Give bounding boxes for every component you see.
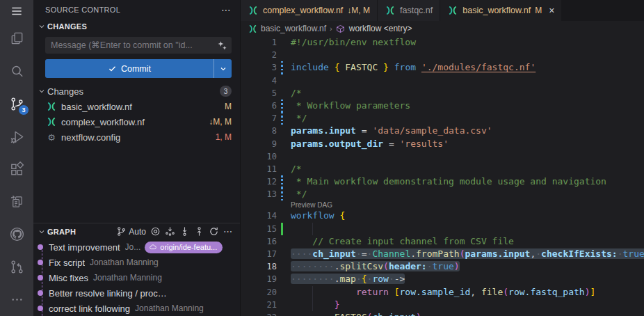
tab-label: fastqc.nf <box>400 6 433 15</box>
gutter <box>280 163 287 175</box>
scm-file-row[interactable]: ⚙nextflow.config1, M <box>33 129 240 145</box>
scm-file-row[interactable]: basic_workflow.nfM <box>33 99 240 114</box>
refresh-icon[interactable] <box>209 226 219 237</box>
code-line-12[interactable]: 12 * Main workflow demonstrating module … <box>241 175 644 188</box>
line-number: 20 <box>241 286 277 299</box>
commit-row[interactable]: Text improvementJo...origin/ide-featu... <box>33 239 240 255</box>
gutter <box>280 49 287 61</box>
cloud-icon <box>149 243 157 251</box>
commit-row[interactable]: Fix scriptJonathan Manning <box>33 255 240 270</box>
code-line-9[interactable]: 9params.output_dir = 'results' <box>241 138 644 150</box>
changes-section-label: CHANGES <box>47 22 87 31</box>
code-line-8[interactable]: 8params.input = 'data/sample_data.csv' <box>241 125 644 137</box>
activity-docs-sync[interactable] <box>0 186 33 219</box>
code-line-16[interactable]: 16 // Create input channel from CSV file <box>241 235 644 248</box>
code-line-13[interactable]: 13 */ <box>241 188 644 200</box>
commit-author: Jonathan Manning <box>135 303 204 313</box>
selection-highlight: ········.map·{·row·-> <box>291 274 405 284</box>
code-line-6[interactable]: 6 * Workflow parameters <box>241 100 644 112</box>
activity-search[interactable] <box>0 55 33 88</box>
code-line-10[interactable]: 10 <box>241 150 644 163</box>
code-content <box>287 49 291 61</box>
tab-bar: complex_workflow.nf↓M, Mfastqc.nfbasic_w… <box>241 0 644 21</box>
sparkle-ai-icon[interactable] <box>217 40 227 51</box>
gutter <box>280 235 287 248</box>
tab-decoration: M <box>535 6 542 15</box>
code-content <box>287 74 291 87</box>
scm-file-row[interactable]: complex_workflow.nf↓M, M <box>33 114 240 129</box>
breadcrumb-symbol[interactable]: workflow <entry> <box>349 24 412 33</box>
remote-branch-pill[interactable]: origin/ide-featu... <box>145 242 223 253</box>
code-line-4[interactable]: 4 <box>241 74 644 87</box>
commit-dot-icon <box>38 290 43 296</box>
commit-row[interactable]: Better resolve linking / process inspect… <box>33 285 240 301</box>
changes-count-badge: 3 <box>220 86 232 97</box>
code-line-11[interactable]: 11/* <box>241 163 644 175</box>
check-icon <box>108 64 117 73</box>
tab-decoration: ↓M, M <box>347 6 370 15</box>
close-icon[interactable]: × <box>549 5 554 16</box>
vscode-window: 3 SOURCE CONTROL ⋯ CHANGES Commit <box>0 0 644 316</box>
activity-menu[interactable] <box>0 0 33 22</box>
search-icon <box>9 63 25 79</box>
gutter <box>280 36 287 49</box>
activity-explorer[interactable] <box>0 22 33 55</box>
activity-github[interactable] <box>0 218 33 251</box>
gutter <box>280 311 287 316</box>
gutter <box>280 74 287 87</box>
code-line-3[interactable]: 3include { FASTQC } from './modules/fast… <box>241 61 644 74</box>
target-icon[interactable] <box>150 226 161 237</box>
breadcrumb-file[interactable]: basic_workflow.nf <box>261 24 326 33</box>
code-line-18[interactable]: 18········.splitCsv(header:·true) <box>241 260 644 273</box>
code-line-21[interactable]: 21 } <box>241 299 644 311</box>
changes-section-header[interactable]: CHANGES <box>33 19 240 34</box>
code-line-22[interactable]: 22 FASTQC(ch_input) <box>241 311 644 316</box>
activity-source-control[interactable]: 3 <box>0 88 33 120</box>
code-line-19[interactable]: 19········.map·{·row·-> <box>241 273 644 285</box>
activity-run-debug[interactable] <box>0 120 33 153</box>
nextflow-file-icon <box>46 116 57 127</box>
code-line-1[interactable]: 1#!/usr/bin/env nextflow <box>241 36 644 49</box>
code-line-15[interactable]: 15 <box>241 223 644 235</box>
gutter <box>280 87 287 100</box>
pull-icon[interactable] <box>179 226 190 237</box>
commit-button-main[interactable]: Commit <box>45 59 214 78</box>
push-icon[interactable] <box>194 226 204 237</box>
code-editor[interactable]: 1#!/usr/bin/env nextflow23include { FAST… <box>241 36 644 316</box>
chevron-down-icon <box>36 21 47 32</box>
activity-extensions[interactable] <box>0 153 33 186</box>
commit-button[interactable]: Commit <box>45 59 232 78</box>
code-content: * Workflow parameters <box>287 100 410 112</box>
line-number: 5 <box>241 87 277 100</box>
code-content: */ <box>287 188 307 200</box>
activity-pull-request[interactable] <box>0 251 33 283</box>
tab-complex_workflow.nf[interactable]: complex_workflow.nf↓M, M <box>241 0 378 21</box>
tab-fastqc.nf[interactable]: fastqc.nf <box>378 0 440 21</box>
gutter-mod-indicator <box>280 100 287 112</box>
code-line-7[interactable]: 7 */ <box>241 112 644 125</box>
code-content: params.output_dir = 'results' <box>287 138 449 150</box>
code-line-5[interactable]: 5/* <box>241 87 644 100</box>
code-lens-preview-dag[interactable]: Preview DAG <box>241 200 644 210</box>
chevron-down-icon[interactable] <box>36 226 47 237</box>
line-number: 12 <box>241 175 277 188</box>
code-line-2[interactable]: 2 <box>241 49 644 61</box>
changes-group-row[interactable]: Changes 3 <box>33 84 240 99</box>
code-line-20[interactable]: 20 return [row.sample_id, file(row.fastq… <box>241 286 644 299</box>
commit-row[interactable]: correct link followingJonathan Manning <box>33 301 240 316</box>
tab-basic_workflow.nf[interactable]: basic_workflow.nfM× <box>440 0 562 21</box>
line-number: 8 <box>241 125 277 137</box>
commit-message-input[interactable] <box>51 40 217 50</box>
fetch-icon[interactable] <box>165 226 175 237</box>
commit-dropdown-button[interactable] <box>214 59 232 78</box>
graph-more-icon[interactable]: ⋯ <box>223 226 233 237</box>
code-line-14[interactable]: 14workflow { <box>241 210 644 222</box>
commit-row[interactable]: Misc fixesJonathan Manning <box>33 270 240 285</box>
auto-layout-button[interactable]: Auto <box>116 226 146 237</box>
code-line-17[interactable]: 17····ch_input·=·Channel.fromPath(params… <box>241 248 644 260</box>
code-content: // Create input channel from CSV file <box>287 235 514 248</box>
sidebar-more-icon[interactable]: ⋯ <box>221 4 232 15</box>
gutter <box>280 260 287 273</box>
activity-more[interactable] <box>0 283 33 316</box>
code-content: /* <box>287 163 302 175</box>
